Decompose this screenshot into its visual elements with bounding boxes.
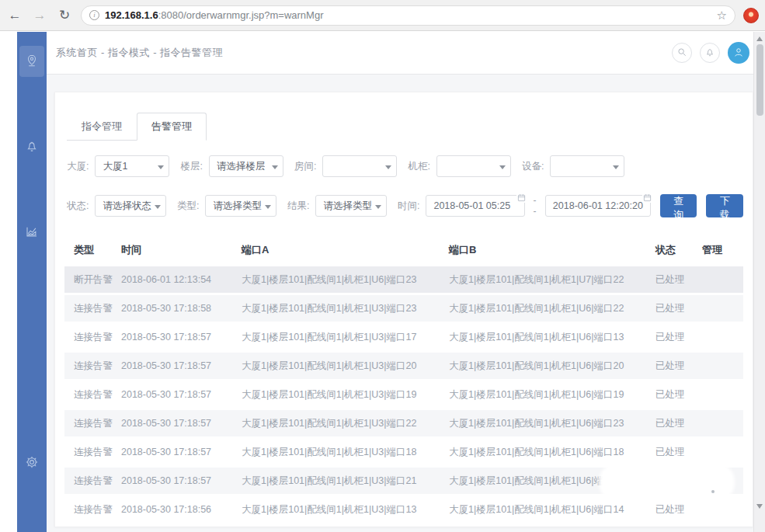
sidebar-item-alerts[interactable] <box>19 131 44 162</box>
sidebar-item-assets[interactable] <box>19 46 44 77</box>
search-button[interactable] <box>672 43 692 63</box>
result-label: 结果: <box>287 200 309 213</box>
tab-bar: 指令管理 告警管理 <box>67 113 207 141</box>
user-avatar[interactable] <box>728 42 749 64</box>
reload-icon[interactable]: ↻ <box>56 7 73 23</box>
column-header-type: 类型 <box>64 243 121 257</box>
cell-portA: 大厦1|楼层101|配线间1|机柜1|U3|端口19 <box>242 388 449 402</box>
floor-label: 楼层: <box>180 160 202 173</box>
table-row: 连接告警2018-05-30 17:18:56大厦1|楼层101|配线间1|机柜… <box>64 496 743 523</box>
cell-portB: 大厦1|楼层101|配线间1|机柜1|U6|端口13 <box>449 331 655 344</box>
cell-portB: 大厦1|楼层101|配线间1|机柜1|U6|端口22 <box>449 302 655 315</box>
result-select[interactable]: 请选择类型 <box>315 195 387 217</box>
building-select[interactable]: 大厦1 <box>95 155 169 177</box>
content-card: 指令管理 告警管理 大厦: 大厦1 楼层: 请选择楼层 房间: <box>54 92 753 527</box>
window-scrollbar[interactable] <box>753 32 765 532</box>
bookmark-star-icon[interactable]: ☆ <box>717 9 727 23</box>
left-gutter <box>0 32 17 532</box>
sidebar-item-reports[interactable] <box>19 217 44 248</box>
type-select-value: 请选择类型 <box>213 200 262 213</box>
filter-row-location: 大厦: 大厦1 楼层: 请选择楼层 房间: 机柜: <box>64 155 743 177</box>
browser-chrome: ← → ↻ i 192.168.1.6:8080/orderwarnmgr.js… <box>0 0 765 31</box>
cell-type: 连接告警 <box>64 388 121 402</box>
cell-type: 连接告警 <box>64 503 121 516</box>
table-row: 连接告警2018-05-30 17:18:58大厦1|楼层101|配线间1|机柜… <box>64 295 743 322</box>
cell-type: 连接告警 <box>64 446 121 459</box>
cell-time: 2018-05-30 17:18:57 <box>121 475 242 486</box>
table-header-row: 类型时间端口A端口B状态管理 <box>64 238 743 263</box>
column-header-portA: 端口A <box>242 243 449 257</box>
table-row: 连接告警2018-05-30 17:18:57大厦1|楼层101|配线间1|机柜… <box>64 324 743 350</box>
device-select[interactable] <box>550 155 624 177</box>
cell-portA: 大厦1|楼层101|配线间1|机柜1|U3|端口13 <box>242 503 449 516</box>
page-info-icon[interactable]: i <box>89 10 99 20</box>
cabinet-label: 机柜: <box>408 160 429 173</box>
room-label: 房间: <box>294 160 316 173</box>
time-from-input[interactable]: 2018-05-01 05:25 <box>426 195 525 217</box>
cell-status: 已处理 <box>655 388 702 402</box>
floor-select[interactable]: 请选择楼层 <box>209 155 283 177</box>
cell-portB: 大厦1|楼层101|配线间1|机柜1|U6|端口20 <box>449 360 655 373</box>
cell-time: 2018-05-30 17:18:57 <box>121 360 242 371</box>
url-host: 192.168.1.6 <box>105 9 158 21</box>
table-row: 连接告警2018-05-30 17:18:57大厦1|楼层101|配线间1|机柜… <box>64 353 743 379</box>
cell-type: 断开告警 <box>64 273 121 287</box>
chevron-down-icon <box>385 165 391 169</box>
filter-row-criteria: 状态: 请选择状态 类型: 请选择类型 结果: 请选择类型 <box>64 194 743 217</box>
tab-warn-manage[interactable]: 告警管理 <box>137 113 207 141</box>
cabinet-select[interactable] <box>436 155 511 177</box>
chevron-down-icon <box>265 205 271 209</box>
tab-order-manage[interactable]: 指令管理 <box>67 113 137 141</box>
download-button[interactable]: 下载 <box>706 194 743 217</box>
scroll-up-icon[interactable] <box>756 37 763 41</box>
room-select[interactable] <box>322 155 397 177</box>
table-row: 断开告警2018-06-01 12:13:54大厦1|楼层101|配线间1|机柜… <box>64 266 743 293</box>
scrollbar-thumb[interactable] <box>756 44 763 116</box>
time-to-value: 2018-06-01 12:20:20 <box>553 200 643 211</box>
cell-portA: 大厦1|楼层101|配线间1|机柜1|U3|端口21 <box>242 475 449 488</box>
cell-portA: 大厦1|楼层101|配线间1|机柜1|U3|端口17 <box>242 331 449 344</box>
cell-portA: 大厦1|楼层101|配线间1|机柜1|U3|端口18 <box>242 446 449 459</box>
cell-portB: 大厦1|楼层101|配线间1|机柜1|U6|端口19 <box>449 388 655 402</box>
time-to-input[interactable]: 2018-06-01 12:20:20 <box>545 195 651 217</box>
chart-icon <box>25 224 39 241</box>
chevron-down-icon <box>158 165 164 169</box>
cell-portA: 大厦1|楼层101|配线间1|机柜1|U3|端口22 <box>242 417 449 430</box>
notifications-button[interactable] <box>700 43 720 63</box>
cell-portB: 大厦1|楼层101|配线间1|机柜1|U6|端口21 <box>449 475 655 488</box>
cell-time: 2018-05-30 17:18:58 <box>121 303 242 314</box>
user-icon <box>732 46 745 61</box>
gear-icon <box>25 455 39 471</box>
calendar-icon[interactable] <box>642 193 652 203</box>
forward-icon[interactable]: → <box>31 8 48 23</box>
browser-profile-icon[interactable] <box>743 8 759 23</box>
cell-portA: 大厦1|楼层101|配线间1|机柜1|U3|端口23 <box>242 302 449 315</box>
cell-type: 连接告警 <box>64 417 121 430</box>
time-from-value: 2018-05-01 05:25 <box>433 200 510 211</box>
column-header-portB: 端口B <box>449 243 655 257</box>
scroll-down-icon[interactable] <box>756 504 763 509</box>
cell-status: 已处理 <box>655 446 702 459</box>
cell-status: 已处理 <box>655 360 702 373</box>
sidebar-item-settings[interactable] <box>19 447 44 478</box>
cell-time: 2018-05-30 17:18:56 <box>121 504 242 515</box>
type-select[interactable]: 请选择类型 <box>205 195 276 217</box>
table-row: 连接告警2018-05-30 17:18:57大厦1|楼层101|配线间1|机柜… <box>64 410 743 436</box>
cell-status: 已处理 <box>655 302 702 315</box>
status-select[interactable]: 请选择状态 <box>95 195 166 217</box>
url-text: 192.168.1.6:8080/orderwarnmgr.jsp?m=warn… <box>105 9 711 21</box>
cell-status: 已处理 <box>655 503 702 516</box>
breadcrumb: 系统首页 - 指令模式 - 指令告警管理 <box>56 46 223 60</box>
cell-portB: 大厦1|楼层101|配线间1|机柜1|U6|端口18 <box>449 446 655 459</box>
query-button[interactable]: 查询 <box>660 194 697 217</box>
sidebar <box>17 32 47 532</box>
cell-portB: 大厦1|楼层101|配线间1|机柜1|U6|端口23 <box>449 417 655 430</box>
back-icon[interactable]: ← <box>6 8 23 23</box>
address-bar[interactable]: i 192.168.1.6:8080/orderwarnmgr.jsp?m=wa… <box>81 5 735 26</box>
calendar-icon[interactable] <box>516 193 527 203</box>
cell-time: 2018-05-30 17:18:57 <box>121 389 242 400</box>
type-label: 类型: <box>177 200 199 213</box>
building-label: 大厦: <box>67 160 89 173</box>
table-body: 断开告警2018-06-01 12:13:54大厦1|楼层101|配线间1|机柜… <box>64 266 743 523</box>
cell-status: 已处理 <box>655 273 702 287</box>
